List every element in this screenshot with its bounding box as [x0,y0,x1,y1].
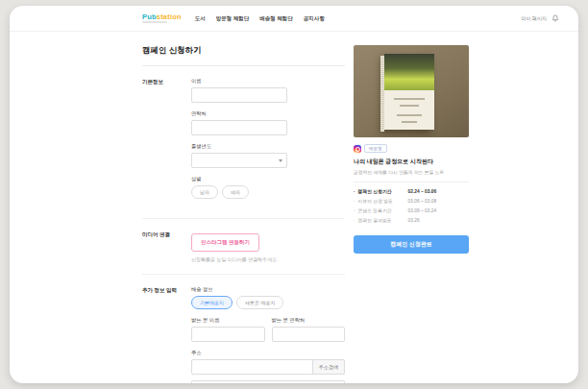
book-mockup [384,54,434,130]
section-label: 추가 정보 입력 [142,286,191,383]
page-content: 캠페인 신청하기 기본정보 이름 연락처 출생년도 [142,45,469,383]
my-page-link[interactable]: 마이 페이지 [522,15,547,21]
receiver-contact-input[interactable] [272,327,346,342]
divider [354,182,469,182]
media-helper-text: 선정확률을 높일 미디어를 연결해주세요. [191,256,345,262]
logo-tagline [142,21,167,23]
shipping-label: 배송 정보 [191,286,345,293]
schedule-row-apply: · 캠페인 신청기간 02.24 ~ 03.06 [354,188,469,194]
contact-label: 연락처 [191,110,345,117]
shipping-option-new[interactable]: 새로운 배송지 [236,296,283,309]
receiver-name-input[interactable] [191,327,265,342]
header-right: 마이 페이지 [522,14,559,22]
nav-item-visit-campaign[interactable]: 방문형 체험단 [216,15,250,22]
address-label: 주소 [191,350,345,356]
channel-badge-row: 배송형 [354,144,469,153]
name-input[interactable] [191,87,287,103]
book-cover-image[interactable] [354,45,469,137]
schedule-row-announce: · 리뷰어 선정 발표 03.06 ~ 03.08 [354,198,469,204]
receiver-contact-label: 받는 분 연락처 [272,317,346,324]
browser-card: Pubstation 도서 방문형 체험단 배송형 체험단 공지사항 마이 페이… [10,6,578,383]
address-search-button[interactable]: 주소검색 [312,359,345,375]
receiver-name-label: 받는 분 이름 [191,317,265,324]
logo[interactable]: Pubstation [142,13,182,24]
logo-text: Pubstation [142,13,182,21]
application-form: 캠페인 신청하기 기본정보 이름 연락처 출생년도 [142,45,345,383]
campaign-summary-panel: 배송형 나의 내일은 긍정으로 시작된다 긍정적인 새해를 다시 만들게 하는 … [354,45,469,383]
book-cover-photo [384,54,434,90]
name-label: 이름 [191,78,345,85]
nav-item-books[interactable]: 도서 [195,15,206,22]
section-extra-info: 추가 정보 입력 배송 정보 기본배송지 새로운 배송지 받는 분 이름 [142,286,345,383]
gender-label: 성별 [191,176,345,182]
divider [142,218,345,219]
nav-item-delivery-campaign[interactable]: 배송형 체험단 [259,15,293,22]
gender-option-male[interactable]: 남자 [191,185,218,199]
contact-input[interactable] [191,120,287,135]
notification-bell-icon[interactable] [551,14,559,22]
birth-year-value[interactable] [191,153,287,168]
section-label: 기본정보 [142,78,191,207]
main-nav: 도서 방문형 체험단 배송형 체험단 공지사항 [195,15,325,22]
section-media-connect: 미디어 연결 인스타그램 연동하기 선정확률을 높일 미디어를 연결해주세요. [142,231,345,262]
birth-year-label: 출생년도 [191,143,345,150]
channel-type-badge: 배송형 [364,144,387,153]
page-title: 캠페인 신청하기 [142,45,345,66]
section-basic-info: 기본정보 이름 연락처 출생년도 [142,78,345,207]
section-label: 미디어 연결 [142,231,191,262]
schedule-row-content: · 콘텐츠 등록기간 03.09 ~ 03.24 [354,207,469,213]
shipping-option-default[interactable]: 기본배송지 [191,296,233,309]
schedule-row-result: · 캠페인 결과발표 03.26 [354,217,469,223]
address-line2-input[interactable] [191,380,345,383]
campaign-book-subtitle: 긍정적인 새해를 다시 만들게 하는 본질 노트 [354,169,469,175]
nav-item-notice[interactable]: 공지사항 [304,15,325,22]
campaign-book-title: 나의 내일은 긍정으로 시작된다 [354,158,469,166]
instagram-icon [354,145,361,153]
gender-option-female[interactable]: 여자 [222,185,249,199]
campaign-apply-button[interactable]: 캠페인 신청완료 [354,235,469,254]
instagram-connect-button[interactable]: 인스타그램 연동하기 [191,233,259,252]
birth-year-select[interactable] [191,153,287,168]
divider [142,274,345,275]
top-navbar: Pubstation 도서 방문형 체험단 배송형 체험단 공지사항 마이 페이… [10,6,578,32]
